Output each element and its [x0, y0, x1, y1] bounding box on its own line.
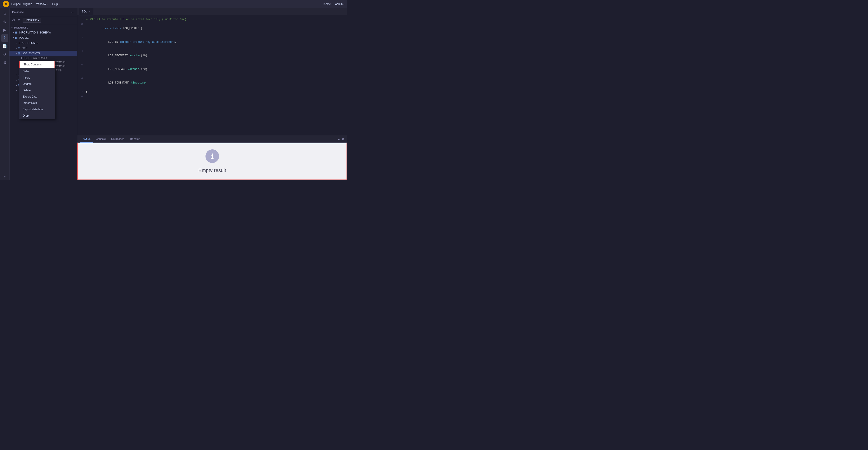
result-area: ℹ Empty result — [77, 143, 347, 180]
bottom-tab-databases[interactable]: Databases — [108, 135, 127, 143]
refresh-btn[interactable]: ⟳ — [17, 18, 21, 23]
chevron-down-icon — [343, 2, 344, 6]
bottom-tab-result[interactable]: Result — [80, 135, 93, 143]
topbar-nav: Window Help — [34, 2, 61, 6]
user-menu[interactable]: admin — [335, 2, 344, 6]
db-select[interactable]: DefaultDB — [23, 18, 41, 23]
tree-label: LOG_EVENTS — [22, 52, 40, 55]
topbar-left: ☀ Eclipse Dirigible Window Help — [3, 1, 61, 7]
bottom-tab-transfer[interactable]: Transfer — [127, 135, 142, 143]
db-panel-more[interactable]: ··· — [70, 10, 74, 15]
tree-item-public[interactable]: ⊞ PUBLIC — [9, 35, 77, 40]
chevron-right-icon — [16, 89, 17, 92]
grid-icon: ⊞ — [15, 36, 18, 39]
menu-window[interactable]: Window — [34, 2, 50, 6]
tree-label: INFORMATION_SCHEMA — [19, 31, 51, 34]
context-menu-show-contents[interactable]: Show Contents — [19, 61, 55, 68]
sidebar-icon-database[interactable]: 🗄 — [1, 34, 8, 41]
grid-icon: ⊞ — [18, 41, 20, 45]
bottom-panel: Result Console Databases Transfer ▲ ✕ ℹ … — [77, 135, 347, 180]
tree-item-addresses[interactable]: ⊞ ADDRESSES — [9, 40, 77, 46]
context-menu-select[interactable]: Select — [19, 68, 55, 75]
tab-bar: SQL × — [77, 8, 347, 16]
sidebar-icon-settings[interactable]: ⚙ — [1, 59, 8, 66]
tree-label: CAR — [22, 47, 27, 50]
tree-item-information-schema[interactable]: ⊞ INFORMATION_SCHEMA — [9, 30, 77, 35]
tab-sql[interactable]: SQL × — [79, 8, 93, 16]
main-editor: SQL × 1 -- Ctrl+X to execute all or sele… — [77, 8, 347, 180]
chevron-down-icon — [331, 2, 333, 6]
chevron-right-icon — [16, 41, 17, 44]
context-menu-import-data[interactable]: Import Data — [19, 100, 55, 106]
bottom-tabs: Result Console Databases Transfer ▲ ✕ — [77, 135, 347, 143]
chevron-down-icon — [13, 36, 14, 39]
chevron-down-icon — [11, 26, 13, 29]
panel-close-btn[interactable]: ✕ — [342, 137, 344, 141]
code-line: 2 create table LOG_EVENTS ( — [77, 22, 347, 35]
sidebar-icon-home[interactable]: ⌂ — [1, 10, 8, 17]
section-label: DATABASE — [14, 26, 29, 29]
panel-collapse-btn[interactable]: ▲ — [337, 137, 340, 141]
chevron-right-icon — [16, 79, 17, 81]
context-menu-drop[interactable]: Drop — [19, 113, 55, 119]
chevron-right-icon — [16, 47, 17, 49]
context-menu-delete[interactable]: Delete — [19, 87, 55, 93]
sidebar-icon-code[interactable]: ✎ — [1, 18, 8, 25]
tree-label: ADDRESSES — [22, 41, 38, 45]
topbar-right: Theme admin — [322, 2, 344, 6]
db-panel-title: Database — [12, 11, 24, 14]
db-panel-header: Database ··· — [9, 8, 77, 16]
code-editor[interactable]: 1 -- Ctrl+X to execute all or selected t… — [77, 16, 347, 135]
context-menu-insert[interactable]: Insert — [19, 75, 55, 81]
code-line: 5 LOG_MESSAGE varchar(120), — [77, 62, 347, 76]
topbar: ☀ Eclipse Dirigible Window Help Theme ad… — [0, 0, 347, 8]
tab-close-icon[interactable]: × — [89, 10, 90, 13]
chevron-right-icon — [16, 84, 17, 86]
grid-icon: ⊞ — [15, 31, 18, 34]
db-panel-actions: ··· — [70, 10, 74, 15]
context-menu-export-metadata[interactable]: Export Metadata — [19, 106, 55, 113]
chevron-down-icon — [38, 19, 39, 22]
tree-subitem-log-id: LOG_ID - INTEGER(32) — [9, 56, 77, 60]
tree-label: PUBLIC — [19, 36, 29, 39]
db-toolbar: ⏱ ⟳ DefaultDB — [9, 16, 77, 24]
theme-menu[interactable]: Theme — [322, 2, 333, 6]
sidebar-icon-document[interactable]: 📄 — [1, 43, 8, 50]
chevron-down-icon — [59, 2, 60, 6]
schedule-btn[interactable]: ⏱ — [11, 18, 16, 23]
code-line: 3 LOG_ID integer primary key auto_increm… — [77, 35, 347, 49]
chevron-right-icon — [16, 74, 17, 76]
grid-icon: ⊞ — [18, 47, 20, 50]
tree-item-car[interactable]: ⊞ CAR — [9, 46, 77, 51]
sidebar-icons: ⌂ ✎ ▶ 🗄 📄 ↺ ⚙ » — [0, 8, 9, 180]
bottom-tabs-left: Result Console Databases Transfer — [80, 135, 143, 143]
menu-help[interactable]: Help — [51, 2, 61, 6]
context-menu-export-data[interactable]: Export Data — [19, 93, 55, 100]
app-logo: ☀ — [3, 1, 9, 7]
chevron-down-icon — [16, 52, 17, 55]
database-section-header[interactable]: DATABASE — [9, 25, 77, 30]
grid-icon: ⊞ — [18, 52, 20, 55]
code-line: 4 LOG_SEVERITY varchar(16), — [77, 49, 347, 62]
main-layout: ⌂ ✎ ▶ 🗄 📄 ↺ ⚙ » Database ··· ⏱ ⟳ Default… — [0, 8, 347, 180]
sidebar-icon-expand[interactable]: » — [1, 173, 8, 180]
app-brand: Eclipse Dirigible — [11, 2, 32, 6]
empty-result-text: Empty result — [198, 168, 226, 173]
chevron-down-icon — [46, 2, 48, 6]
chevron-right-icon — [13, 31, 14, 34]
tree-item-log-events[interactable]: ⊞ LOG_EVENTS — [9, 51, 77, 56]
context-menu: Show Contents Select Insert Update Delet… — [19, 61, 55, 119]
bottom-tabs-right: ▲ ✕ — [337, 137, 344, 141]
code-line: 7 ); — [77, 90, 347, 94]
code-line: 1 -- Ctrl+X to execute all or selected t… — [77, 17, 347, 22]
context-menu-update[interactable]: Update — [19, 81, 55, 87]
code-line: 6 LOG_TIMESTAMP timestamp — [77, 76, 347, 90]
bottom-tab-console[interactable]: Console — [93, 135, 108, 143]
empty-result-icon: ℹ — [206, 149, 219, 163]
sidebar-icon-deploy[interactable]: ▶ — [1, 26, 8, 33]
sidebar-icon-history[interactable]: ↺ — [1, 51, 8, 58]
code-line: 8 — [77, 94, 347, 99]
